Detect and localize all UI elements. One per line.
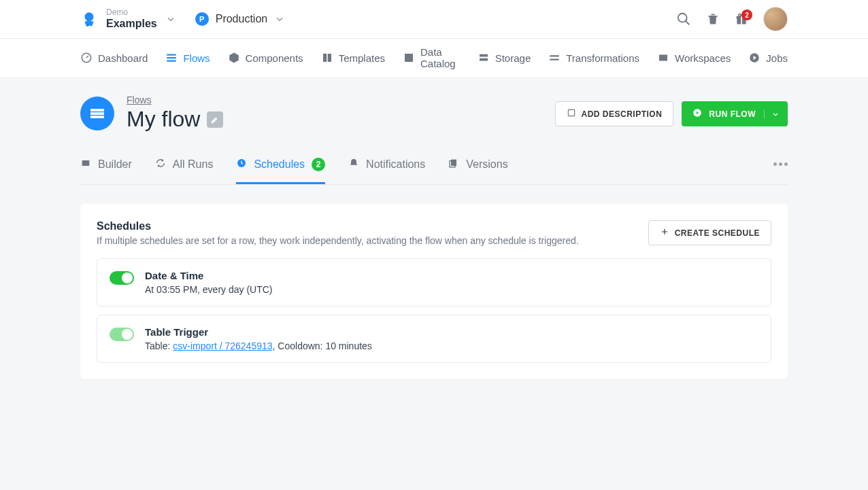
nav-label: Templates [339,52,385,64]
card-header: Schedules If multiple schedules are set … [97,220,771,246]
schedule-name: Table Trigger [145,326,372,338]
tab-versions[interactable]: Versions [448,151,507,184]
flow-icon [80,97,114,130]
nav-templates[interactable]: Templates [321,52,385,64]
svg-rect-18 [82,160,90,166]
nav-label: Data Catalog [420,46,460,69]
nav-label: Flows [183,52,210,64]
bell-icon [348,158,359,171]
refresh-icon [155,158,166,171]
svg-point-1 [678,14,687,22]
toggle-switch[interactable] [110,328,134,341]
title-block: Flows My flow [80,94,223,132]
search-icon[interactable] [676,12,691,27]
catalog-icon [403,52,415,64]
workspaces-icon [657,52,669,64]
nav-row: Dashboard Flows Components Templates Dat… [0,39,868,77]
nav-label: Jobs [766,52,788,64]
nav-label: Workspaces [675,52,731,64]
gift-badge: 2 [741,10,752,20]
more-icon[interactable] [773,162,788,173]
nav-workspaces[interactable]: Workspaces [657,52,731,64]
branch-switcher[interactable]: P Production [195,12,286,26]
header-actions: ADD DESCRIPTION RUN FLOW [555,101,788,126]
components-icon [228,52,240,64]
schedule-item[interactable]: Date & Time At 03:55 PM, every day (UTC) [97,258,771,307]
breadcrumb[interactable]: Flows [127,94,223,105]
tab-all-runs[interactable]: All Runs [155,151,214,184]
svg-rect-12 [550,55,559,56]
card-title: Schedules [97,220,579,232]
dashboard-icon [80,52,93,64]
nav-data-catalog[interactable]: Data Catalog [403,46,460,69]
create-schedule-button[interactable]: CREATE SCHEDULE [648,220,771,245]
note-icon [567,108,576,120]
svg-rect-11 [480,58,488,61]
avatar[interactable] [763,7,788,31]
nav-label: Components [246,52,303,64]
page-content: Flows My flow ADD DESCRIPTION RUN FLOW [0,77,868,406]
top-bar-actions: 2 [676,7,788,31]
svg-point-0 [85,12,94,21]
svg-rect-10 [480,54,488,57]
button-label: CREATE SCHEDULE [675,228,760,238]
clock-icon [236,158,247,171]
svg-line-2 [686,21,690,25]
storage-icon [478,52,490,64]
nav-components[interactable]: Components [228,52,303,64]
nav-label: Dashboard [98,52,148,64]
nav-jobs[interactable]: Jobs [748,52,788,64]
tab-schedules[interactable]: Schedules 2 [236,151,325,184]
tab-builder[interactable]: Builder [80,151,132,184]
play-icon [692,108,702,120]
schedule-item[interactable]: Table Trigger Table: csv-import / 726245… [97,315,771,363]
templates-icon [321,52,333,64]
svg-point-6 [739,14,741,16]
toggle-switch[interactable] [110,271,134,285]
trash-icon[interactable] [706,12,720,26]
app-logo-icon [80,10,98,29]
svg-rect-16 [568,109,574,116]
gift-icon[interactable]: 2 [735,12,748,26]
edit-icon[interactable] [207,111,223,128]
nav-dashboard[interactable]: Dashboard [80,52,148,64]
run-flow-dropdown[interactable] [764,110,780,118]
table-link[interactable]: csv-import / 726245913 [173,340,272,351]
project-switcher[interactable]: Demo Examples [80,8,176,30]
nav-transformations[interactable]: Transformations [548,52,639,64]
run-flow-button[interactable]: RUN FLOW [682,101,788,126]
add-description-button[interactable]: ADD DESCRIPTION [555,101,674,126]
schedules-card: Schedules If multiple schedules are set … [80,204,788,379]
schedules-count-badge: 2 [312,158,325,171]
svg-rect-14 [659,55,667,61]
schedule-name: Date & Time [145,270,273,281]
nav-flows[interactable]: Flows [165,52,210,64]
svg-rect-9 [405,54,413,62]
chevron-down-icon [165,14,176,24]
tab-label: Builder [98,158,132,171]
tab-label: Schedules [254,158,305,171]
top-bar: Demo Examples P Production [0,0,868,39]
transformations-icon [548,52,561,64]
button-label: ADD DESCRIPTION [582,109,663,119]
project-name: Examples [106,18,157,30]
jobs-icon [748,52,761,64]
nav-label: Transformations [566,52,639,64]
nav-storage[interactable]: Storage [478,52,531,64]
builder-icon [80,158,91,171]
versions-icon [448,158,459,171]
button-label: RUN FLOW [709,109,756,119]
schedule-description: At 03:55 PM, every day (UTC) [145,284,273,295]
card-description: If multiple schedules are set for a row,… [97,235,579,246]
tabs: Builder All Runs Schedules 2 Notificatio… [80,151,788,185]
tab-label: Versions [466,158,507,171]
project-group: Demo Examples P Production [80,8,285,30]
nav-label: Storage [495,52,531,64]
tab-notifications[interactable]: Notifications [348,151,425,184]
tab-label: Notifications [366,158,425,171]
svg-rect-13 [550,59,559,60]
chevron-down-icon [274,14,285,24]
flows-icon [165,52,178,64]
branch-name: Production [216,13,268,25]
tab-label: All Runs [173,158,214,171]
